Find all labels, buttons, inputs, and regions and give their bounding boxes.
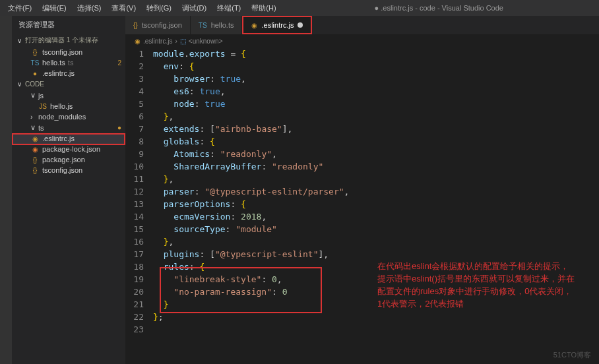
watermark: 51CTO博客 bbox=[553, 350, 591, 360]
open-editor-item[interactable]: TShello.ts ts2 bbox=[12, 57, 125, 68]
menu-help[interactable]: 帮助(H) bbox=[246, 3, 281, 13]
highlight-box-rules bbox=[160, 267, 322, 313]
menu-file[interactable]: 文件(F) bbox=[3, 3, 37, 13]
tab-bar: {}tsconfig.jsonTShello.ts◉.eslintrc.js bbox=[125, 16, 599, 34]
tab[interactable]: TShello.ts bbox=[191, 16, 243, 34]
annotation-text: 在代码出eslint会根据默认的配置给予相关的提示，提示语中eslint()括号… bbox=[377, 260, 575, 310]
activity-bar[interactable] bbox=[0, 16, 12, 364]
menu-debug[interactable]: 调试(D) bbox=[177, 3, 212, 13]
file-item[interactable]: JShello.js bbox=[12, 101, 125, 111]
breadcrumb[interactable]: ◉ .eslintrc.js › ⬚ <unknown> bbox=[125, 34, 599, 47]
editor-area: {}tsconfig.jsonTShello.ts◉.eslintrc.js ◉… bbox=[125, 16, 599, 364]
folder-item[interactable]: ∨ts● bbox=[12, 122, 125, 133]
open-editor-item[interactable]: {}tsconfig.json bbox=[12, 47, 125, 57]
tab[interactable]: {}tsconfig.json bbox=[125, 16, 191, 34]
open-editor-item[interactable]: ●.eslintrc.js bbox=[12, 68, 125, 78]
menu-terminal[interactable]: 终端(T) bbox=[212, 3, 246, 13]
menu-edit[interactable]: 编辑(E) bbox=[37, 3, 72, 13]
window-title: ● .eslintrc.js - code - Visual Studio Co… bbox=[282, 4, 596, 12]
folder-item[interactable]: ∨js bbox=[12, 90, 125, 101]
folder-item[interactable]: ›node_modules bbox=[12, 111, 125, 122]
code-editor[interactable]: 1234567891011121314151617181920212223 mo… bbox=[125, 47, 599, 364]
menu-goto[interactable]: 转到(G) bbox=[141, 3, 177, 13]
menu-bar: 文件(F) 编辑(E) 选择(S) 查看(V) 转到(G) 调试(D) 终端(T… bbox=[0, 0, 599, 16]
menu-select[interactable]: 选择(S) bbox=[72, 3, 107, 13]
folder-root[interactable]: ∨CODE bbox=[12, 78, 125, 90]
highlight-box-sidebar bbox=[12, 133, 125, 145]
sidebar-title: 资源管理器 bbox=[12, 16, 125, 34]
file-item[interactable]: {}package.json bbox=[12, 154, 125, 165]
menu-view[interactable]: 查看(V) bbox=[106, 3, 141, 13]
sidebar: 资源管理器 ∨打开的编辑器 1 个未保存 {}tsconfig.jsonTShe… bbox=[12, 16, 125, 364]
tab[interactable]: ◉.eslintrc.js bbox=[242, 16, 312, 34]
open-editors-header[interactable]: ∨打开的编辑器 1 个未保存 bbox=[12, 34, 125, 47]
file-item[interactable]: {}tsconfig.json bbox=[12, 165, 125, 175]
file-item[interactable]: ◉package-lock.json bbox=[12, 144, 125, 154]
